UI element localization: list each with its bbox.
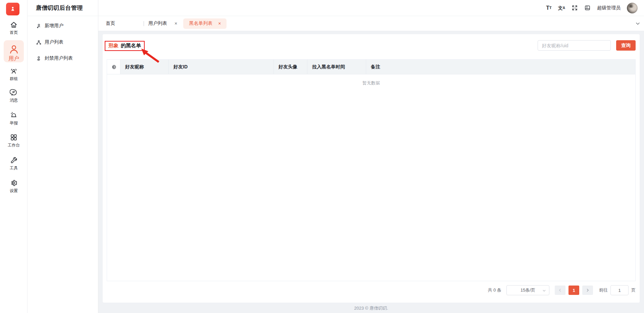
search-button[interactable]: 查询: [616, 40, 636, 51]
tab-user-list[interactable]: 用户列表 ×: [148, 20, 177, 26]
tab-home[interactable]: 首页: [106, 20, 144, 26]
prev-page-button[interactable]: [555, 286, 565, 295]
sidebar-item-settings[interactable]: 设置: [0, 179, 28, 194]
sidebar-item-label: 工具: [10, 165, 18, 171]
app-title: 唐僧叨叨后台管理: [36, 4, 83, 12]
annotation-arrow: [140, 48, 160, 63]
chevron-down-icon[interactable]: [635, 21, 640, 26]
app-root: 首页 用户 群组 消息 举: [0, 0, 644, 313]
alarm-icon: [10, 111, 18, 119]
column-header: 好友头像: [274, 60, 307, 74]
sidebar-item-groups[interactable]: 群组: [0, 67, 28, 82]
menu-item-label: 用户列表: [45, 39, 63, 45]
page-size-select[interactable]: 15条/页: [506, 285, 549, 295]
table-empty-text: 暂无数据: [107, 74, 635, 86]
chevron-left-icon: [558, 288, 562, 292]
sidebar-item-home[interactable]: 首页: [0, 21, 28, 36]
home-icon: [10, 21, 18, 29]
menu-item-label: 新增用户: [45, 23, 63, 29]
page-title: 的黑名单: [121, 43, 141, 49]
pagination-total: 共 0 条: [488, 287, 501, 293]
goto-page-input[interactable]: [610, 285, 629, 295]
tab-label: 用户列表: [148, 20, 167, 26]
tab-label: 黑名单列表: [189, 20, 212, 26]
goto-page-label: 前往: [599, 287, 608, 293]
menu-item-label: 封禁用户列表: [45, 55, 73, 61]
close-icon[interactable]: ×: [175, 21, 177, 26]
gear-icon: [10, 179, 18, 187]
fullscreen-icon[interactable]: [572, 5, 578, 11]
blacklist-table: 好友昵称 好友ID 好友头像 拉入黑名单时间 备注 暂无数据: [107, 59, 636, 281]
sidebar-item-label: 举报: [10, 120, 18, 126]
sidebar-item-tools[interactable]: 工具: [0, 156, 28, 171]
grid-icon: [10, 133, 18, 141]
footer-copyright: 2023 © 唐僧叨叨.: [98, 303, 644, 313]
monk-logo-icon: [9, 5, 16, 13]
menu-item-add-user[interactable]: 新增用户: [28, 19, 98, 33]
group-icon: [10, 67, 18, 75]
user-banned-icon: [36, 56, 42, 61]
message-icon: [10, 88, 18, 97]
page-title-username: 邢象: [108, 43, 118, 49]
translate-icon[interactable]: 文A: [558, 6, 565, 10]
user-list-icon: [36, 40, 42, 45]
sidebar-item-users[interactable]: 用户: [4, 40, 24, 62]
sidebar-item-label: 用户: [8, 55, 19, 62]
column-header: 拉入黑名单时间: [307, 60, 366, 74]
menu-item-user-list[interactable]: 用户列表: [28, 36, 98, 49]
column-settings-cell: [107, 60, 120, 74]
close-icon[interactable]: ×: [218, 21, 221, 26]
sidebar-item-reports[interactable]: 举报: [0, 111, 28, 126]
table-header-row: 好友昵称 好友ID 好友头像 拉入黑名单时间 备注: [107, 60, 635, 74]
font-size-icon[interactable]: TT: [546, 5, 552, 11]
user-avatar[interactable]: [627, 3, 638, 13]
sidebar-item-workbench[interactable]: 工作台: [0, 133, 28, 148]
sidebar-item-label: 首页: [10, 30, 18, 36]
sidebar-item-label: 工作台: [8, 142, 20, 148]
tab-blacklist-active[interactable]: 黑名单列表 ×: [183, 18, 227, 29]
user-add-icon: [36, 23, 42, 29]
page-unit-label: 页: [631, 287, 636, 293]
menu-item-banned-users[interactable]: 封禁用户列表: [28, 52, 98, 65]
app-logo[interactable]: [6, 3, 19, 15]
user-icon: [8, 44, 20, 55]
search-input[interactable]: [538, 40, 611, 51]
tab-bar: 首页 用户列表 × 黑名单列表 ×: [98, 16, 644, 31]
blacklist-card: 邢象 的黑名单 查询 好友昵称 好友ID 好友头像 拉入黑名单时间 备注: [103, 34, 640, 303]
wrench-icon: [10, 156, 18, 164]
sidebar-item-label: 设置: [10, 188, 18, 194]
menu-sidebar-header: 唐僧叨叨后台管理: [28, 0, 98, 16]
page-size-value: 15条/页: [521, 287, 535, 293]
layout-icon[interactable]: [584, 5, 591, 11]
sidebar-item-label: 群组: [10, 76, 18, 82]
sidebar-item-messages[interactable]: 消息: [0, 88, 28, 103]
tab-divider: [144, 21, 144, 26]
user-role[interactable]: 超级管理员: [597, 5, 621, 11]
top-bar: TT 文A 超级管理员: [98, 0, 644, 16]
chevron-down-icon: [542, 289, 546, 293]
sidebar-item-label: 消息: [10, 98, 18, 103]
current-page-button[interactable]: 1: [568, 286, 579, 295]
next-page-button[interactable]: [582, 286, 593, 295]
page-title-annotation-box: 邢象 的黑名单: [105, 41, 145, 51]
column-header: 备注: [366, 60, 635, 74]
icon-sidebar: 首页 用户 群组 消息 举: [0, 0, 28, 313]
menu-sidebar: 唐僧叨叨后台管理 新增用户 用户列表 封禁用户列表: [28, 0, 98, 313]
column-header: 好友ID: [169, 60, 274, 74]
pagination: 共 0 条 15条/页 1 前往 页: [488, 285, 636, 296]
chevron-right-icon: [586, 288, 590, 292]
gear-icon[interactable]: [111, 64, 116, 70]
